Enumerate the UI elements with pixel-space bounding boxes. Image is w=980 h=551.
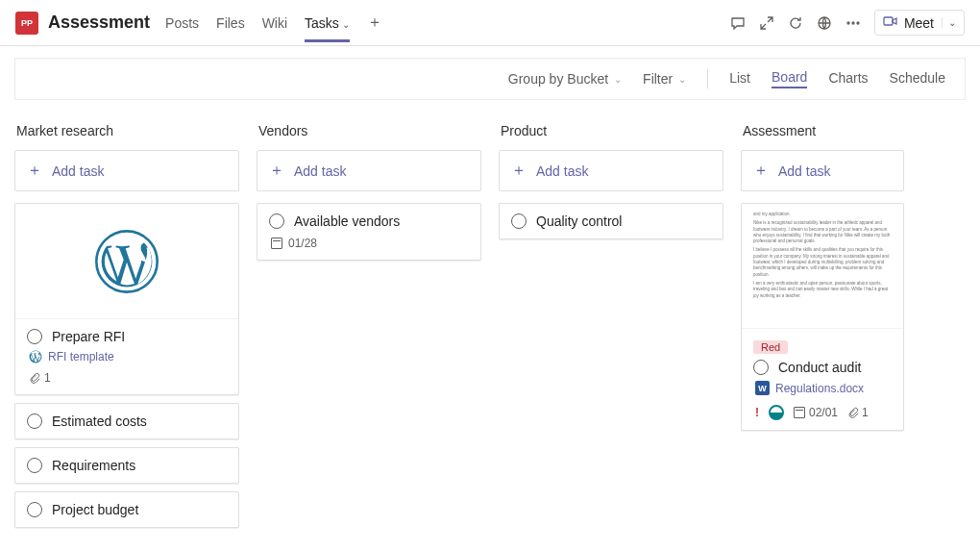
tab-wiki[interactable]: Wiki (262, 4, 287, 42)
tab-tasks[interactable]: Tasks⌄ (305, 4, 350, 42)
plus-icon: ＋ (511, 161, 527, 181)
topbar-actions: Meet ⌄ (730, 10, 965, 36)
group-by-button[interactable]: Group by Bucket ⌄ (508, 71, 622, 87)
attachment-number: 1 (862, 406, 869, 419)
complete-checkbox[interactable] (27, 413, 42, 429)
svg-point-2 (852, 22, 854, 24)
card-footer: ! 02/01 1 (753, 405, 892, 420)
column-title[interactable]: Assessment (741, 123, 904, 138)
add-task-label: Add task (536, 163, 588, 179)
card-body: Prepare RFI RFI template 1 (15, 319, 238, 394)
due-date: 01/28 (269, 237, 469, 250)
globe-icon[interactable] (817, 15, 832, 31)
view-schedule[interactable]: Schedule (890, 70, 945, 88)
plus-icon: ＋ (27, 161, 42, 181)
attachment-icon (29, 372, 40, 384)
topbar: PP Assessment Posts Files Wiki Tasks⌄ ＋ … (0, 0, 980, 46)
chevron-down-icon: ⌄ (342, 19, 350, 30)
add-tab-button[interactable]: ＋ (367, 13, 382, 33)
view-charts[interactable]: Charts (828, 70, 868, 88)
view-board[interactable]: Board (772, 69, 807, 88)
complete-checkbox[interactable] (27, 329, 42, 344)
task-title: Available vendors (294, 213, 400, 229)
svg-rect-4 (884, 17, 893, 25)
progress-icon (769, 405, 784, 420)
column-title[interactable]: Product (499, 123, 723, 138)
attachment-count: 1 (27, 371, 227, 385)
add-task-button[interactable]: ＋ Add task (499, 150, 723, 191)
date-label: 02/01 (809, 406, 838, 419)
card-preview-image (15, 204, 238, 319)
task-card[interactable]: and my application. Nike is a recognized… (741, 203, 904, 431)
attachment-icon (847, 407, 859, 418)
document-preview: and my application. Nike is a recognized… (742, 204, 903, 329)
tab-files[interactable]: Files (216, 4, 245, 42)
task-card[interactable]: Prepare RFI RFI template 1 (14, 203, 239, 395)
word-icon: W (755, 381, 770, 395)
svg-point-1 (847, 22, 849, 24)
column-title[interactable]: Market research (14, 123, 239, 138)
task-title: Requirements (52, 458, 135, 473)
task-card[interactable]: Requirements (14, 447, 239, 484)
refresh-icon[interactable] (788, 15, 803, 31)
column-product: Product ＋ Add task Quality control (499, 123, 723, 536)
task-title: Conduct audit (778, 360, 861, 375)
content-area: Group by Bucket ⌄ Filter ⌄ List Board Ch… (0, 46, 980, 536)
task-title: Quality control (536, 213, 622, 229)
camera-icon (883, 14, 898, 31)
complete-checkbox[interactable] (27, 458, 42, 473)
task-card[interactable]: Quality control (499, 203, 723, 239)
attachment-link[interactable]: W Regulations.docx (753, 381, 892, 395)
meet-label: Meet (904, 15, 934, 31)
attachment-number: 1 (44, 371, 51, 385)
plus-icon: ＋ (269, 161, 284, 181)
tab-tasks-label: Tasks (305, 15, 339, 31)
add-task-label: Add task (52, 163, 104, 179)
column-assessment: Assessment ＋ Add task and my application… (741, 123, 904, 536)
link-label: RFI template (48, 350, 114, 363)
tab-posts[interactable]: Posts (165, 4, 199, 42)
chevron-down-icon: ⌄ (614, 74, 622, 85)
task-title: Prepare RFI (52, 329, 125, 344)
filter-button[interactable]: Filter ⌄ (643, 71, 686, 87)
add-task-button[interactable]: ＋ Add task (741, 150, 904, 191)
task-title: Estimated costs (52, 413, 147, 429)
column-market-research: Market research ＋ Add task Prepare RFI R… (14, 123, 239, 536)
meet-button[interactable]: Meet ⌄ (874, 10, 965, 36)
channel-tabs: Posts Files Wiki Tasks⌄ ＋ (165, 4, 382, 42)
expand-icon[interactable] (759, 15, 774, 31)
more-icon[interactable] (845, 15, 861, 31)
kanban-board: Market research ＋ Add task Prepare RFI R… (14, 100, 966, 536)
doc-label: Regulations.docx (775, 382, 864, 395)
column-title[interactable]: Vendors (257, 123, 481, 138)
group-by-label: Group by Bucket (508, 71, 608, 87)
complete-checkbox[interactable] (753, 360, 769, 375)
add-task-label: Add task (294, 163, 346, 179)
reply-icon[interactable] (730, 15, 746, 31)
channel-title: Assessment (48, 13, 150, 33)
card-body: Red Conduct audit W Regulations.docx ! (742, 329, 903, 430)
wordpress-icon (29, 350, 42, 363)
task-title: Project budget (52, 502, 138, 517)
view-list[interactable]: List (729, 70, 750, 88)
task-card[interactable]: Estimated costs (14, 403, 239, 439)
plus-icon: ＋ (753, 161, 769, 181)
task-card[interactable]: Available vendors 01/28 (257, 203, 481, 261)
wordpress-icon (95, 230, 159, 293)
separator (707, 69, 708, 88)
svg-point-3 (857, 22, 859, 24)
priority-high-icon: ! (755, 406, 759, 419)
complete-checkbox[interactable] (27, 502, 42, 517)
tag-red: Red (753, 340, 788, 354)
add-task-label: Add task (778, 163, 830, 179)
team-badge: PP (15, 12, 38, 35)
complete-checkbox[interactable] (269, 213, 284, 229)
complete-checkbox[interactable] (511, 213, 527, 229)
calendar-icon (794, 407, 805, 418)
add-task-button[interactable]: ＋ Add task (257, 150, 481, 191)
add-task-button[interactable]: ＋ Add task (14, 150, 239, 191)
task-card[interactable]: Project budget (14, 491, 239, 528)
chevron-down-icon: ⌄ (678, 74, 686, 85)
attachment-link[interactable]: RFI template (27, 350, 227, 363)
chevron-down-icon[interactable]: ⌄ (942, 17, 956, 28)
